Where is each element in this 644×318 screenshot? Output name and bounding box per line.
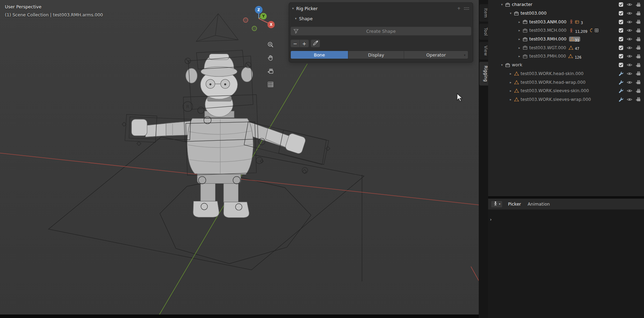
outliner-row[interactable]: ▸test003.WORK.head-skin.000 — [488, 69, 644, 78]
visibility-checkbox[interactable] — [617, 45, 626, 50]
visibility-checkbox[interactable] — [617, 37, 626, 42]
disable-render-camera-icon[interactable] — [634, 2, 643, 7]
editor-type-selector[interactable]: ▾ — [491, 201, 502, 208]
visibility-checkbox[interactable] — [617, 54, 626, 59]
collection-icon — [505, 63, 511, 67]
collapse-arrow-icon[interactable]: ▾ — [295, 17, 297, 20]
hide-viewport-eye-icon[interactable] — [625, 89, 634, 93]
outliner-row[interactable]: ▸test003.WORK.sleeves-wrap.000 — [488, 95, 644, 104]
outliner-row[interactable]: ▸test003.ANM.0003 — [488, 17, 644, 26]
disable-render-camera-icon[interactable] — [634, 11, 643, 16]
expand-arrow-icon[interactable]: ▸ — [517, 54, 522, 58]
modifier-wrench-icon[interactable] — [617, 71, 626, 76]
outliner-row[interactable]: ▾work — [488, 61, 644, 69]
hide-viewport-eye-icon[interactable] — [625, 37, 634, 41]
visibility-checkbox[interactable] — [617, 20, 626, 24]
zoom-icon[interactable] — [265, 39, 276, 50]
hide-viewport-eye-icon[interactable] — [625, 54, 634, 58]
outliner-row[interactable]: ▸test003.WORK.head-wrap.000 — [488, 78, 644, 87]
disable-render-camera-icon[interactable] — [634, 89, 643, 93]
create-shape-button[interactable]: Create Shape — [290, 27, 471, 36]
3d-viewport[interactable]: R User Perspective (1) Scene Collection … — [0, 0, 479, 318]
disable-render-camera-icon[interactable] — [634, 63, 643, 67]
outliner-row[interactable]: ▾character — [488, 0, 644, 9]
remove-shape-button[interactable]: − — [290, 39, 300, 47]
disable-render-camera-icon[interactable] — [634, 71, 643, 76]
disable-render-camera-icon[interactable] — [634, 28, 643, 33]
disable-render-camera-icon[interactable] — [634, 97, 643, 102]
toggle-orthographic-icon[interactable] — [265, 79, 276, 90]
expand-arrow-icon[interactable]: ▸ — [517, 29, 522, 32]
rig-picker-header[interactable]: ▾ Rig Picker + — [289, 3, 473, 14]
disable-render-camera-icon[interactable] — [634, 45, 643, 50]
outliner-row[interactable]: ▾test003.000 — [488, 9, 644, 18]
hide-viewport-eye-icon[interactable] — [625, 80, 634, 84]
gizmo-axis-z[interactable]: Z — [255, 6, 263, 14]
hide-viewport-eye-icon[interactable] — [625, 97, 634, 102]
expand-arrow-icon[interactable]: ▸ — [517, 37, 522, 41]
visibility-checkbox[interactable] — [617, 62, 626, 67]
modifier-wrench-icon[interactable] — [617, 97, 626, 102]
outliner-row[interactable]: ▸test003.WGT.00047 — [488, 43, 644, 52]
pan-hand-icon[interactable] — [265, 52, 276, 64]
editor-tab-picker[interactable]: Picker — [508, 201, 521, 207]
gizmo-axis-x-negative[interactable] — [243, 17, 248, 23]
hide-viewport-eye-icon[interactable] — [625, 11, 634, 15]
tab-label: Bone — [314, 52, 325, 58]
disable-render-camera-icon[interactable] — [634, 80, 643, 84]
outliner-panel[interactable]: ▾character▾test003.000▸test003.ANM.0003▸… — [488, 0, 644, 196]
region-tab-tool[interactable]: Tool — [479, 24, 488, 40]
visibility-checkbox[interactable] — [617, 28, 626, 33]
hide-viewport-eye-icon[interactable] — [625, 28, 634, 32]
collapse-arrow-icon[interactable]: ▾ — [292, 7, 294, 10]
disable-render-camera-icon[interactable] — [634, 54, 643, 59]
visibility-checkbox[interactable] — [617, 11, 626, 16]
collapse-arrow-icon[interactable]: ▾ — [499, 63, 505, 67]
hide-viewport-eye-icon[interactable] — [625, 63, 634, 67]
expand-arrow-icon[interactable]: ▸ — [517, 46, 522, 50]
modifier-wrench-icon[interactable] — [617, 88, 626, 93]
picker-editor-content[interactable]: › — [488, 210, 644, 318]
mesh-icon — [513, 80, 520, 84]
navigation-gizmo[interactable]: Z Y X — [241, 2, 280, 37]
outliner-row[interactable]: ▸test003.RMH.00031 — [488, 35, 644, 44]
hide-viewport-eye-icon[interactable] — [625, 72, 634, 76]
visibility-checkbox[interactable] — [617, 2, 626, 7]
gizmo-axis-x[interactable]: X — [267, 21, 275, 28]
rig-picker-tab-operator[interactable]: Operator▾ — [404, 51, 468, 59]
region-tab-item[interactable]: Item — [479, 4, 488, 22]
region-tab-rigging[interactable]: Rigging — [479, 62, 488, 86]
disable-render-camera-icon[interactable] — [634, 20, 643, 24]
collection-icon — [522, 37, 528, 42]
expand-arrow-icon[interactable]: › — [490, 217, 492, 222]
panel-plus-icon[interactable]: + — [457, 6, 461, 11]
region-tab-view[interactable]: View — [479, 42, 488, 60]
rig-picker-tab-bone[interactable]: Bone — [291, 51, 348, 59]
camera-view-icon[interactable] — [265, 66, 276, 77]
collapse-arrow-icon[interactable]: ▾ — [499, 3, 505, 6]
disable-render-camera-icon[interactable] — [634, 37, 643, 42]
region-divider[interactable] — [488, 196, 644, 199]
gizmo-axis-y[interactable]: Y — [260, 13, 267, 20]
active-object-badge[interactable]: 31 — [569, 37, 581, 42]
outliner-row[interactable]: ▸test003.PMH.000126 — [488, 52, 644, 61]
collapse-arrow-icon[interactable]: ▾ — [508, 12, 513, 15]
expand-arrow-icon[interactable]: ▸ — [508, 81, 513, 84]
expand-arrow-icon[interactable]: ▸ — [508, 89, 513, 93]
outliner-row[interactable]: ▸test003.WORK.sleeves-skin.000 — [488, 87, 644, 95]
panel-drag-grip-icon[interactable] — [464, 6, 469, 11]
shape-section-header[interactable]: ▾ Shape — [289, 14, 473, 23]
hide-viewport-eye-icon[interactable] — [625, 2, 634, 7]
outliner-row[interactable]: ▸test003.MCH.00011,209 — [488, 26, 644, 35]
modifier-wrench-icon[interactable] — [617, 80, 626, 85]
add-shape-button[interactable]: + — [300, 39, 309, 47]
expand-arrow-icon[interactable]: ▸ — [508, 72, 513, 75]
hide-viewport-eye-icon[interactable] — [625, 46, 634, 50]
gizmo-axis-y-negative[interactable] — [252, 26, 257, 31]
eyedropper-button[interactable] — [311, 39, 320, 47]
hide-viewport-eye-icon[interactable] — [625, 20, 634, 24]
editor-tab-animation[interactable]: Animation — [528, 201, 550, 207]
expand-arrow-icon[interactable]: ▸ — [517, 20, 522, 24]
expand-arrow-icon[interactable]: ▸ — [508, 98, 513, 101]
rig-picker-tab-display[interactable]: Display — [348, 51, 404, 59]
